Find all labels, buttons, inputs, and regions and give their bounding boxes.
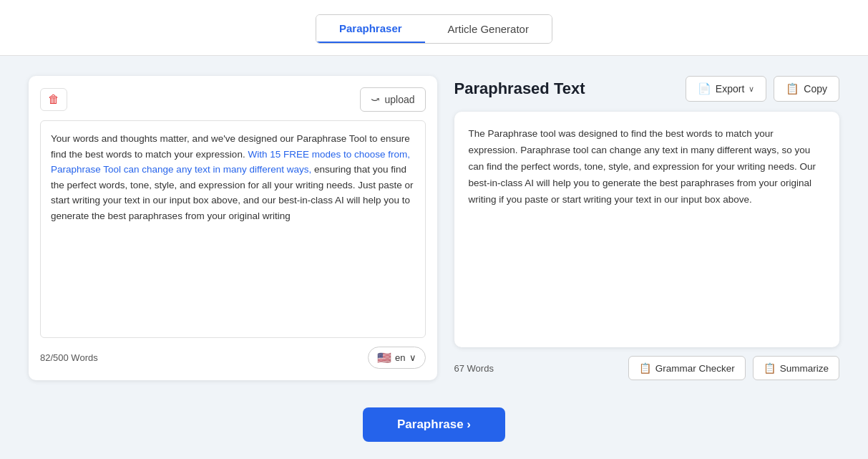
copy-label: Copy <box>804 83 827 95</box>
language-selector[interactable]: 🇺🇸 en ∨ <box>368 347 425 369</box>
main-content: 🗑 ⤻ upload Your words and thoughts matte… <box>0 56 868 400</box>
left-panel-footer: 82/500 Words 🇺🇸 en ∨ <box>40 347 426 369</box>
input-text-area[interactable]: Your words and thoughts matter, and we'v… <box>40 120 426 338</box>
summarize-label: Summarize <box>780 363 829 374</box>
output-text: The Paraphrase tool was designed to find… <box>469 126 826 208</box>
paraphrase-button[interactable]: Paraphrase › <box>363 407 505 442</box>
output-word-count: 67 Words <box>454 363 494 374</box>
grammar-checker-label: Grammar Checker <box>655 363 735 374</box>
output-box: The Paraphrase tool was designed to find… <box>454 112 840 347</box>
paraphrased-title: Paraphrased Text <box>454 79 585 98</box>
right-actions: 📄 Export ∨ 📋 Copy <box>686 76 839 102</box>
export-icon: 📄 <box>698 82 711 95</box>
upload-button[interactable]: ⤻ upload <box>360 87 425 112</box>
right-panel-header: Paraphrased Text 📄 Export ∨ 📋 Copy <box>454 76 840 102</box>
right-panel-footer: 67 Words 📋 Grammar Checker 📋 Summarize <box>454 356 840 380</box>
grammar-icon: 📋 <box>639 362 651 374</box>
right-panel: Paraphrased Text 📄 Export ∨ 📋 Copy The P… <box>454 76 840 380</box>
left-panel: 🗑 ⤻ upload Your words and thoughts matte… <box>29 76 437 380</box>
export-chevron-icon: ∨ <box>748 84 754 94</box>
export-button[interactable]: 📄 Export ∨ <box>686 76 766 102</box>
delete-icon: 🗑 <box>48 93 59 106</box>
word-count: 82/500 Words <box>40 352 98 363</box>
copy-icon: 📋 <box>786 82 799 95</box>
footer-actions: 📋 Grammar Checker 📋 Summarize <box>628 356 839 380</box>
tab-article-generator[interactable]: Article Generator <box>425 15 552 43</box>
tab-container: Paraphraser Article Generator <box>316 14 552 44</box>
export-label: Export <box>716 83 744 95</box>
bottom-bar: Paraphrase › <box>0 400 868 459</box>
upload-icon: ⤻ <box>371 93 380 106</box>
chevron-down-icon: ∨ <box>409 352 416 363</box>
grammar-checker-button[interactable]: 📋 Grammar Checker <box>628 356 746 380</box>
language-label: en <box>395 352 405 363</box>
top-nav: Paraphraser Article Generator <box>0 0 868 56</box>
tab-paraphraser[interactable]: Paraphraser <box>316 15 425 43</box>
flag-icon: 🇺🇸 <box>377 351 391 364</box>
summarize-icon: 📋 <box>764 362 776 374</box>
upload-label: upload <box>384 94 414 105</box>
left-panel-header: 🗑 ⤻ upload <box>40 87 426 112</box>
delete-button[interactable]: 🗑 <box>40 88 67 111</box>
summarize-button[interactable]: 📋 Summarize <box>753 356 839 380</box>
copy-button[interactable]: 📋 Copy <box>774 76 839 102</box>
